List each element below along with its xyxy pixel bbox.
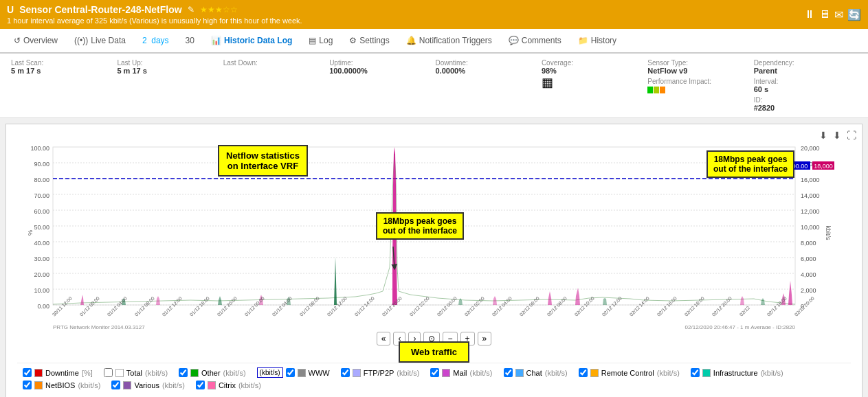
legend-chat-color bbox=[515, 369, 524, 377]
tab-2days[interactable]: 2 days bbox=[134, 29, 177, 54]
info-dependency: Dependency: Parent Interval: 60 s ID: #2… bbox=[754, 59, 857, 112]
downtime-value: 0.0000% bbox=[436, 67, 539, 75]
legend-various-check[interactable] bbox=[111, 381, 120, 389]
tab-history-label: History bbox=[591, 36, 616, 45]
nav-tabs: ↺ Overview ((•)) Live Data 2 days 30 📊 H… bbox=[0, 29, 868, 54]
device-title: Sensor Central-Router-248-NetFlow bbox=[19, 4, 181, 15]
legend-area: Downtime [%] Total (kbit/s) Other (kbit/… bbox=[17, 363, 851, 394]
info-sensor-type: Sensor Type: NetFlow v9 Performance Impa… bbox=[647, 59, 750, 112]
legend-other-label: Other bbox=[201, 369, 221, 377]
edit-icon[interactable]: ✎ bbox=[188, 5, 194, 14]
tab-live-data[interactable]: ((•)) Live Data bbox=[66, 29, 134, 54]
pause-icon[interactable]: ⏸ bbox=[804, 8, 815, 21]
legend-netbios-label: NetBIOS bbox=[45, 381, 75, 389]
svg-text:6,000: 6,000 bbox=[801, 256, 816, 262]
svg-text:14,000: 14,000 bbox=[801, 192, 820, 199]
legend-citrix-check[interactable] bbox=[196, 381, 205, 389]
legend-remote-unit: (kbit/s) bbox=[657, 369, 680, 377]
svg-text:8,000: 8,000 bbox=[801, 240, 816, 247]
svg-text:40.00: 40.00 bbox=[34, 240, 49, 247]
tab-overview-label: Overview bbox=[23, 36, 58, 45]
legend-ftpp2p-unit: (kbit/s) bbox=[397, 369, 419, 377]
tab-notification-triggers[interactable]: 🔔 Notification Triggers bbox=[398, 29, 500, 54]
legend-citrix-label: Citrix bbox=[219, 381, 236, 389]
legend-infrastructure: Infrastructure (kbit/s) bbox=[691, 367, 783, 378]
refresh-icon[interactable]: 🔄 bbox=[847, 8, 861, 21]
legend-remote-check[interactable] bbox=[579, 368, 588, 377]
legend-remote-control: Remote Control (kbit/s) bbox=[579, 367, 680, 378]
legend-infra-unit: (kbit/s) bbox=[761, 369, 783, 377]
legend-ftpp2p-check[interactable] bbox=[341, 368, 350, 377]
tab-log-label: Log bbox=[319, 36, 333, 45]
legend-chat-check[interactable] bbox=[504, 368, 513, 377]
legend-netbios-check[interactable] bbox=[23, 381, 32, 389]
perf-bar bbox=[647, 87, 750, 93]
historic-data-icon: 📊 bbox=[211, 36, 221, 45]
tab-history[interactable]: 📁 History bbox=[570, 29, 625, 54]
legend-infra-color bbox=[702, 369, 711, 377]
legend-infra-label: Infrastructure bbox=[713, 369, 758, 377]
id-value: #2820 bbox=[754, 104, 857, 112]
legend-various-label: Various bbox=[134, 381, 159, 389]
legend-chat-unit: (kbit/s) bbox=[545, 369, 568, 377]
svg-text:kbit/s: kbit/s bbox=[825, 225, 832, 240]
svg-text:02/12/2020 20:46:47 - 1 m Aver: 02/12/2020 20:46:47 - 1 m Average - ID:2… bbox=[685, 324, 796, 329]
sensor-type-label: Sensor Type: bbox=[647, 59, 750, 67]
legend-netbios-unit: (kbit/s) bbox=[78, 381, 100, 389]
legend-ftpp2p: FTP/P2P (kbit/s) bbox=[341, 367, 420, 378]
legend-downtime-check[interactable] bbox=[23, 368, 32, 377]
notification-icon: 🔔 bbox=[406, 36, 416, 45]
legend-downtime-color bbox=[34, 369, 43, 377]
id-label: ID: bbox=[754, 96, 857, 104]
info-bar: Last Scan: 5 m 17 s Last Up: 5 m 17 s La… bbox=[0, 54, 868, 118]
legend-total-label: Total bbox=[126, 369, 142, 377]
legend-ftpp2p-label: FTP/P2P bbox=[364, 369, 394, 377]
download-csv-icon[interactable]: ⬇ bbox=[819, 130, 827, 141]
interval-value: 60 s bbox=[754, 85, 857, 93]
svg-text:16,000: 16,000 bbox=[801, 177, 820, 183]
info-last-down: Last Down: bbox=[223, 59, 326, 112]
tab-overview[interactable]: ↺ Overview bbox=[5, 29, 66, 54]
legend-www-box: (kbit/s) bbox=[257, 367, 283, 378]
svg-text:80.00: 80.00 bbox=[34, 177, 49, 183]
star-rating[interactable]: ★★★☆☆ bbox=[200, 5, 238, 14]
interval-label: Interval: bbox=[754, 78, 857, 85]
legend-citrix-color bbox=[208, 381, 216, 389]
legend-www-label: WWW bbox=[309, 369, 330, 377]
callout-netflow-stats: Netflow statisticson Interface VRF bbox=[218, 145, 308, 177]
legend-www-check[interactable] bbox=[286, 368, 295, 377]
legend-other-check[interactable] bbox=[179, 368, 188, 377]
legend-infra-check[interactable] bbox=[691, 368, 700, 377]
bottom-links: Show all Hide all bbox=[17, 394, 851, 397]
tab-log[interactable]: ▤ Log bbox=[300, 29, 341, 54]
tab-comments-label: Comments bbox=[522, 36, 561, 45]
monitor-icon[interactable]: 🖥 bbox=[819, 8, 830, 21]
svg-text:20.00: 20.00 bbox=[34, 271, 49, 278]
info-last-up: Last Up: 5 m 17 s bbox=[117, 59, 220, 112]
legend-citrix-unit: (kbit/s) bbox=[238, 381, 261, 389]
last-scan-label: Last Scan: bbox=[11, 59, 114, 67]
mail-icon[interactable]: ✉ bbox=[834, 8, 843, 21]
legend-total-check[interactable] bbox=[104, 368, 113, 377]
legend-other: Other (kbit/s) bbox=[179, 367, 246, 378]
tab-historic-data[interactable]: 📊 Historic Data Log bbox=[203, 29, 300, 54]
legend-other-color bbox=[190, 369, 199, 377]
svg-text:20,000: 20,000 bbox=[801, 145, 820, 152]
legend-various: Various (kbit/s) bbox=[111, 381, 184, 389]
tab-settings[interactable]: ⚙ Settings bbox=[341, 29, 397, 54]
live-data-icon: ((•)) bbox=[74, 36, 88, 45]
legend-www: (kbit/s) WWW bbox=[257, 367, 330, 378]
tab-comments[interactable]: 💬 Comments bbox=[500, 29, 570, 54]
tab-live-data-label: Live Data bbox=[91, 36, 126, 45]
legend-chat: Chat (kbit/s) bbox=[504, 367, 568, 378]
legend-downtime-unit: [%] bbox=[82, 369, 93, 377]
fullscreen-icon[interactable]: ⛶ bbox=[847, 130, 856, 141]
perf-label: Performance Impact: bbox=[647, 78, 750, 85]
download-png-icon[interactable]: ⬇ bbox=[833, 130, 841, 141]
legend-remote-label: Remote Control bbox=[601, 369, 654, 377]
legend-netbios-color bbox=[34, 381, 43, 389]
top-banner: U Sensor Central-Router-248-NetFlow ✎ ★★… bbox=[0, 0, 868, 29]
legend-various-unit: (kbit/s) bbox=[162, 381, 185, 389]
tab-30[interactable]: 30 bbox=[177, 29, 203, 54]
legend-mail-check[interactable] bbox=[430, 368, 439, 377]
